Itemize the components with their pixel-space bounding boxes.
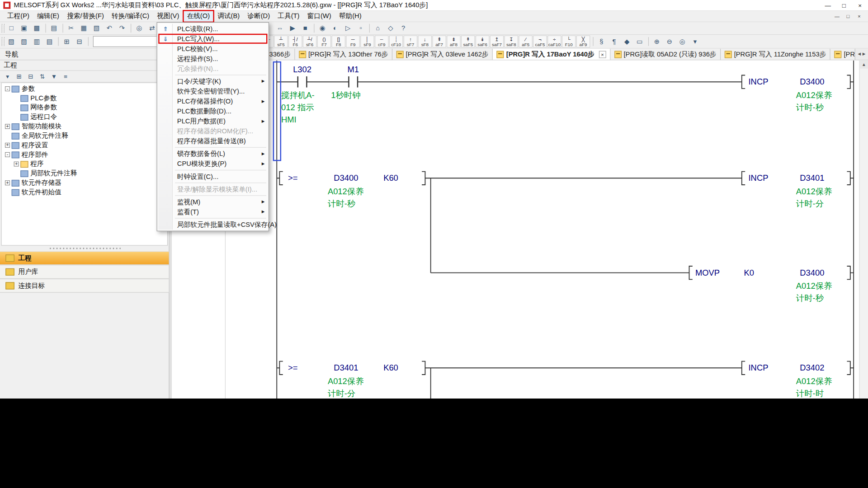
tree-expander[interactable]: +	[5, 143, 10, 148]
parallel-rising-pulse-button[interactable]: ↟ saF5	[461, 35, 475, 47]
r2b-destination[interactable]: D3400	[791, 268, 834, 278]
project-selection-dropdown[interactable]: ▾	[2, 71, 14, 81]
tab-scroll-right-button[interactable]: ▶	[863, 52, 866, 56]
filter-button[interactable]: ▼	[48, 71, 60, 81]
stop-monitor-button[interactable]: ▫	[354, 23, 367, 33]
function-block-selection-button[interactable]: ▨	[18, 36, 30, 47]
find-button[interactable]: ◎	[133, 23, 146, 33]
device-batch-monitor-button[interactable]: ◇	[384, 23, 397, 33]
device-comment-display-button[interactable]: ⊞	[60, 36, 73, 47]
doc-close-button[interactable]: ×	[854, 14, 864, 19]
menu-plc-read[interactable]: ⇑ PLC读取(R)... ▶	[158, 24, 267, 34]
open-project-button[interactable]: ▣	[18, 23, 30, 33]
r1-contact2-comment[interactable]: 1秒时钟	[331, 89, 360, 101]
r1-contact2-device[interactable]: M1	[335, 65, 371, 75]
ladder-editor[interactable]: L302 M1 搅拌机A- 012 指示 HMI 1秒时钟 INCP D3400…	[172, 60, 868, 399]
delete-vertical-line-button[interactable]: ┊ cF10	[389, 35, 403, 47]
r2-operand[interactable]: D3401	[791, 173, 834, 183]
r2-source1-comment[interactable]: A012保养 计时-秒	[328, 185, 364, 210]
tree-item-parameter[interactable]: - 参数	[2, 84, 167, 94]
edit-statement-button[interactable]: §	[595, 36, 608, 47]
r1-contact1-comment[interactable]: 搅拌机A- 012 指示 HMI	[281, 89, 314, 126]
menu-plc-data-delete[interactable]: PLC数据删除(D)... ▶	[158, 106, 267, 116]
remote-stop-button[interactable]: ■	[299, 23, 311, 33]
tab-14fen[interactable]: [PRG] 监视写入 停止中 14fen	[830, 49, 854, 60]
tree-item-pou[interactable]: - 程序部件	[2, 150, 167, 160]
menu-security-key[interactable]: 软件安全密钥管理(Y)... ▶	[158, 86, 267, 96]
nav-button-project[interactable]: 工程	[0, 251, 169, 265]
ladder-logic-test-button[interactable]: ⌂	[372, 23, 384, 33]
parallel-open-contact-button[interactable]: ┴ sF5	[274, 35, 288, 47]
nav-button-connection-destination[interactable]: 连接目标	[0, 279, 169, 293]
tab-close-icon[interactable]: ×	[599, 51, 606, 58]
panel-resize-grip[interactable]	[0, 246, 169, 251]
menu-monitor[interactable]: 监视(M) ▶	[158, 197, 267, 207]
tree-item-program[interactable]: + 程序	[2, 160, 167, 169]
menubar-item[interactable]: 工具(T)	[274, 10, 303, 22]
tab-11zonghe[interactable]: [PRG]R 写入 11Zonghe 1153步	[721, 49, 830, 60]
menu-program-rom[interactable]: 程序存储器的ROM化(F)... ▶	[158, 126, 267, 136]
r3-operand[interactable]: D3402	[791, 363, 834, 373]
r2-instruction[interactable]: INCP	[749, 173, 793, 183]
nav-button-user-library[interactable]: 用户库	[0, 265, 169, 279]
menubar-item[interactable]: 帮助(H)	[335, 10, 365, 22]
menu-program-batch-transfer[interactable]: 程序存储器批量传送(B) ▶	[158, 136, 267, 146]
tree-expander[interactable]: +	[14, 162, 19, 167]
r2-compare-op[interactable]: >=	[281, 173, 305, 183]
vertical-scrollbar[interactable]: ▲ ▼	[859, 60, 868, 399]
menubar-item[interactable]: 窗口(W)	[303, 10, 335, 22]
tree-item-device-initial-value[interactable]: 软元件初始值	[2, 188, 167, 197]
vertical-line-button[interactable]: │ sF9	[360, 35, 374, 47]
coil-button[interactable]: () F7	[317, 35, 331, 47]
menu-redundant-operation[interactable]: 冗余操作(N)... ▶	[158, 64, 267, 74]
r3-operand-comment[interactable]: A012保养 计时-时	[796, 375, 832, 399]
menubar-item[interactable]: 工程(P)	[3, 10, 33, 22]
r2-operand-comment[interactable]: A012保养 计时-分	[796, 185, 832, 210]
r1-contact1-device[interactable]: L302	[284, 65, 320, 75]
horizontal-line-button[interactable]: ─ F9	[346, 35, 360, 47]
tree-item-network-parameter[interactable]: 网络参数	[2, 103, 167, 113]
print-button[interactable]: ▤	[47, 23, 60, 33]
menu-watch[interactable]: 监看(T) ▶	[158, 207, 267, 217]
tab-13other[interactable]: [PRG]R 写入 13Other 76步	[295, 49, 393, 60]
menubar-item[interactable]: 视图(V)	[153, 10, 183, 22]
r3-instruction[interactable]: INCP	[749, 363, 793, 373]
expand-all-button[interactable]: ⊞	[13, 71, 25, 81]
tab-05ad2[interactable]: [PRG]读取 05AD2 (只读) 936步	[610, 49, 721, 60]
tree-item-global-device-comment[interactable]: 全局软元件注释	[2, 131, 167, 141]
device-comment-edit-button[interactable]: ◆	[621, 36, 633, 47]
menu-cpu-module-change[interactable]: CPU模块更换(P) ▶	[158, 159, 267, 169]
output-window-button[interactable]: ▥	[30, 36, 43, 47]
monitor-mode-button[interactable]: ◉	[316, 23, 329, 33]
r3-source2[interactable]: K60	[374, 363, 407, 373]
maximize-button[interactable]: □	[836, 0, 852, 10]
menu-plc-verify[interactable]: PLC校验(V)... ▶	[158, 44, 267, 54]
display-menu-button[interactable]: ▾	[689, 36, 701, 47]
tree-item-local-device-comment[interactable]: 局部软元件注释	[2, 169, 167, 178]
falling-pulse-closed-button[interactable]: ⇟ aF8	[447, 35, 461, 47]
menu-plc-memory-operation[interactable]: PLC存储器操作(O) ▶	[158, 96, 267, 106]
cut-button[interactable]: ✂	[65, 23, 77, 33]
save-project-button[interactable]: ▩	[30, 23, 43, 33]
display-connection-button[interactable]: ▭	[633, 36, 646, 47]
closed-contact-button[interactable]: ┤/ F6	[288, 35, 302, 47]
r2-source2[interactable]: K60	[374, 173, 407, 183]
plc-verify-button[interactable]: ⇔	[274, 23, 286, 33]
tree-expander[interactable]: -	[5, 152, 10, 157]
tree-expander[interactable]: -	[5, 86, 10, 91]
application-instruction-button[interactable]: [] F8	[331, 35, 345, 47]
edit-note-button[interactable]: ¶	[608, 36, 620, 47]
tree-item-plc-parameter[interactable]: PLC参数	[2, 94, 167, 103]
tab-scroll-left-button[interactable]: ◀	[858, 52, 861, 56]
copy-button[interactable]: ▦	[77, 23, 90, 33]
menu-register-module-menu[interactable]: 登录/解除显示模块菜单(I)... ▶	[158, 184, 267, 194]
tab-03leve[interactable]: [PRG]R 写入 03leve 1462步	[392, 49, 493, 60]
doc-restore-button[interactable]: □	[843, 14, 854, 19]
rising-pulse-button[interactable]: ↑ sF7	[404, 35, 418, 47]
invert-operation-button[interactable]: ∕ aF5	[519, 35, 533, 47]
scroll-up-icon[interactable]: ▲	[859, 60, 868, 68]
undo-button[interactable]: ↶	[103, 23, 116, 33]
tree-item-intelligent-module[interactable]: + 智能功能模块	[2, 122, 167, 131]
tree-expander[interactable]: +	[5, 124, 10, 129]
redo-button[interactable]: ↷	[116, 23, 128, 33]
